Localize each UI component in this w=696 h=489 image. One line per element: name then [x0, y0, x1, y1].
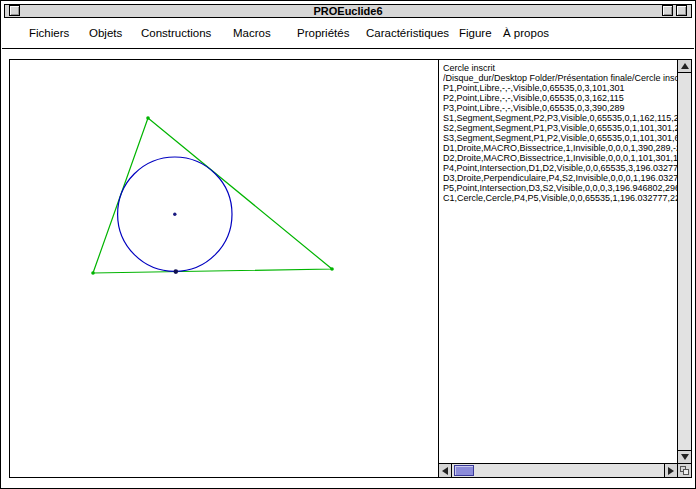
list-item: D2,Droite,MACRO,Bissectrice,1,Invisible,… [443, 153, 677, 163]
scroll-down-arrow-icon[interactable] [678, 450, 691, 463]
list-item: P4,Point,Intersection,D1,D2,Visible,0,0,… [443, 163, 677, 173]
list-item: P2,Point,Libre,-,-,Visible,0,65535,0,3,1… [443, 93, 677, 103]
list-item: D1,Droite,MACRO,Bissectrice,1,Invisible,… [443, 143, 677, 153]
menu-fichiers[interactable]: Fichiers [29, 18, 69, 48]
incenter-point[interactable] [173, 213, 176, 216]
app-window: PROEuclide6 Fichiers Objets Construction… [0, 0, 696, 489]
list-item: S1,Segment,Segment,P2,P3,Visible,0,65535… [443, 113, 677, 123]
menu-constructions[interactable]: Constructions [141, 18, 211, 48]
menu-objets[interactable]: Objets [89, 18, 122, 48]
menu-figure[interactable]: Figure [459, 18, 492, 48]
vertex-point-p2[interactable] [146, 116, 150, 120]
grow-box[interactable] [677, 463, 691, 477]
horizontal-scrollbar[interactable] [439, 463, 677, 477]
titlebar[interactable]: PROEuclide6 [4, 4, 692, 18]
list-item: S2,Segment,Segment,P1,P3,Visible,0,65535… [443, 123, 677, 133]
scroll-up-arrow-icon[interactable] [678, 60, 691, 73]
menu-proprietes[interactable]: Propriétés [297, 18, 349, 48]
scroll-right-arrow-icon[interactable] [664, 464, 677, 477]
menu-a-propos[interactable]: À propos [503, 18, 549, 48]
content-area: Cercle inscrit /Disque_dur/Desktop Folde… [9, 59, 692, 478]
tangent-point[interactable] [174, 269, 179, 274]
drawing-canvas[interactable] [10, 60, 439, 477]
construction-list: Cercle inscrit /Disque_dur/Desktop Folde… [439, 60, 677, 463]
list-file-path: /Disque_dur/Desktop Folder/Présentation … [443, 73, 677, 83]
vertical-scrollbar[interactable] [677, 60, 691, 477]
list-title: Cercle inscrit [443, 63, 677, 73]
list-item: P5,Point,Intersection,D3,S2,Visible,0,0,… [443, 183, 677, 193]
list-item: C1,Cercle,Cercle,P4,P5,Visible,0,0,65535… [443, 193, 677, 203]
scroll-left-arrow-icon[interactable] [439, 464, 452, 477]
horizontal-scroll-thumb[interactable] [454, 465, 474, 476]
list-item: S3,Segment,Segment,P1,P2,Visible,0,65535… [443, 133, 677, 143]
collapse-box-icon[interactable] [676, 5, 687, 16]
vertex-point-p3[interactable] [330, 267, 334, 271]
menu-caracteristiques[interactable]: Caractéristiques [366, 18, 449, 48]
vertex-point-p1[interactable] [91, 271, 95, 275]
menubar: Fichiers Objets Constructions Macros Pro… [2, 18, 694, 49]
menu-macros[interactable]: Macros [233, 18, 271, 48]
window-title: PROEuclide6 [5, 5, 691, 17]
list-item: P1,Point,Libre,-,-,Visible,0,65535,0,3,1… [443, 83, 677, 93]
resize-icon [680, 466, 689, 475]
list-item: D3,Droite,Perpendiculaire,P4,S2,Invisibl… [443, 173, 677, 183]
triangle[interactable] [93, 118, 332, 273]
list-item: P3,Point,Libre,-,-,Visible,0,65535,0,3,3… [443, 103, 677, 113]
figure-svg [10, 60, 438, 479]
zoom-box-icon[interactable] [662, 5, 673, 16]
